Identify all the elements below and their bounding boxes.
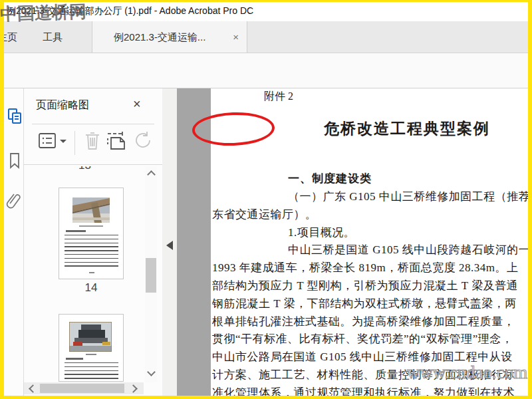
- doc-line: 中山三桥是国道 G105 线中山段跨越石岐河的一座大桥，: [288, 242, 528, 257]
- panel-divider: [24, 164, 162, 165]
- scrollbar-thumb[interactable]: [40, 384, 124, 393]
- panel-divider: [32, 124, 154, 124]
- panel-horizontal-scrollbar[interactable]: [24, 382, 144, 394]
- panel-title: 页面缩略图: [36, 98, 89, 112]
- scroll-right-icon[interactable]: [129, 384, 138, 393]
- panel-divider-strip: [162, 88, 177, 396]
- scrollbar-thumb[interactable]: [146, 258, 156, 293]
- thumbnail-options-icon[interactable]: [37, 131, 57, 151]
- page-thumbnails-icon[interactable]: [7, 107, 23, 126]
- doc-line: 东省交通运输厅）。: [212, 207, 317, 222]
- scroll-left-icon[interactable]: [29, 384, 37, 393]
- thumbnail-label-prev: 13: [78, 166, 102, 172]
- document-heading: 危桥改造工程典型案例: [324, 118, 490, 139]
- text-line: [66, 358, 83, 360]
- panel-close-icon[interactable]: ×: [133, 96, 141, 112]
- doc-line: 1993 年建成通车，桥梁全长 819m，桥面总宽度 28.34m。上: [212, 260, 518, 275]
- watermark-top-left: 中国道桥网: [0, 0, 87, 26]
- thumbnail-text: [65, 235, 118, 269]
- collapse-panel-icon[interactable]: [166, 241, 173, 250]
- attachments-icon[interactable]: [6, 191, 22, 209]
- photo-caption: [79, 225, 103, 227]
- panel-vertical-scrollbar[interactable]: [145, 166, 157, 382]
- text-line: [66, 230, 86, 232]
- tab-bar: 主页 工具 例2021.3-交通运输... ×: [0, 21, 532, 53]
- doc-line: 贯彻“干有标准、比有标杆、奖优罚差”的“双标管理”理念，: [212, 331, 513, 346]
- bookmarks-icon[interactable]: [8, 152, 21, 170]
- extract-pages-icon[interactable]: [105, 130, 129, 152]
- tab-document-label: 例2021.3-交通运输...: [114, 21, 205, 53]
- scroll-up-icon[interactable]: [147, 170, 156, 179]
- doc-line: 根单排钻孔灌注桩式基础。为提高桥梁维修加固工程质量，: [212, 314, 515, 329]
- doc-line: 准化管理体系，通过规范管理和执行标准，努力做到在技术: [212, 385, 515, 396]
- tab-document[interactable]: 例2021.3-交通运输... ×: [92, 21, 247, 53]
- main-toolbar: 1 / 30 50%: [0, 53, 532, 88]
- tab-tools[interactable]: 工具: [43, 21, 63, 53]
- photo-caption: [86, 354, 96, 355]
- thumbnail-text: [65, 362, 118, 381]
- page-footer-mark: [89, 272, 94, 273]
- doc-line: 钢筋混凝土 T 梁，下部结构为双柱式桥墩，悬臂式盖梁，两: [212, 296, 517, 311]
- chevron-down-icon[interactable]: [60, 140, 66, 143]
- navigation-pane-strip: [4, 88, 24, 396]
- doc-line: 一、制度建设类: [288, 171, 372, 186]
- scroll-down-icon[interactable]: [147, 368, 156, 376]
- doc-line: 1.项目概况。: [288, 225, 355, 240]
- rotate-pages-icon[interactable]: [132, 131, 152, 152]
- frame-border-left: [0, 0, 4, 399]
- bridge-equipment-photo: [69, 322, 112, 352]
- doc-line: （一）广东 G105 中山三桥维修加固工程（推荐单位：广: [288, 189, 528, 204]
- thumbnail-page-14[interactable]: [59, 188, 124, 279]
- frame-border-bottom: [0, 396, 532, 399]
- thumbnail-label-14: 14: [59, 281, 124, 295]
- tab-close-icon[interactable]: ×: [233, 21, 239, 53]
- bridge-photo: [72, 198, 110, 223]
- thumbnail-page-15[interactable]: [59, 314, 124, 382]
- page-thumbnails-panel: 页面缩略图 ×: [24, 88, 162, 396]
- acrobat-window: 例2021.3-交通运输部办公厅 (1).pdf - Adobe Acrobat…: [0, 0, 532, 399]
- doc-line: 部结构为预应力 T 型刚构，引桥为预应力混凝土 T 梁及普通: [212, 278, 518, 293]
- delete-pages-icon[interactable]: [82, 130, 102, 152]
- watermark-bottom-right: www.cndao.com: [407, 362, 527, 383]
- frame-border-right: [528, 0, 532, 399]
- attachment-label: 附件 2: [264, 90, 293, 104]
- panel-toolbar-separator: [74, 131, 75, 155]
